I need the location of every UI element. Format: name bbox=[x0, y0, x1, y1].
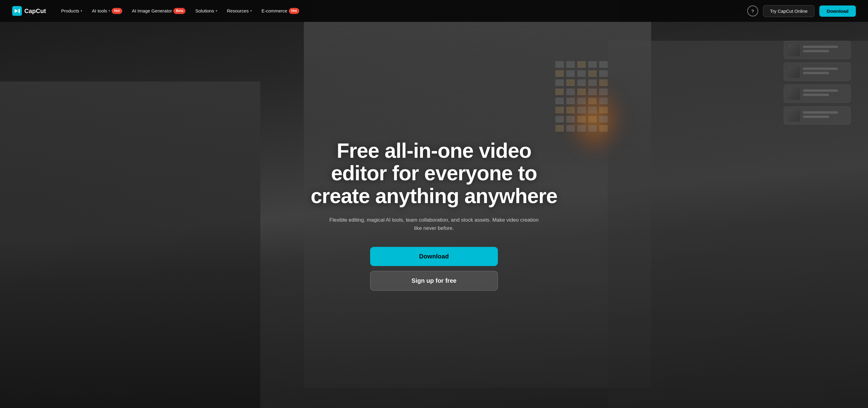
nav-item-ai-image-generator[interactable]: AI Image Generator Beta bbox=[128, 5, 190, 16]
nav-item-ai-tools[interactable]: AI tools ▾ Hot bbox=[88, 5, 126, 16]
panel-bar-4b bbox=[803, 116, 829, 118]
chevron-down-icon: ▾ bbox=[250, 9, 252, 12]
nav-item-products[interactable]: Products ▾ bbox=[57, 6, 86, 16]
panel-bar-1b bbox=[803, 50, 829, 52]
nav-label-ai-tools: AI tools bbox=[92, 8, 107, 13]
hero-section: Free all-in-one video editor for everyon… bbox=[0, 0, 868, 408]
ai-tools-badge: Hot bbox=[112, 8, 122, 14]
hero-content: Free all-in-one video editor for everyon… bbox=[297, 117, 571, 291]
nav-item-ecommerce[interactable]: E-commerce Hot bbox=[257, 5, 304, 16]
panel-bar-3a bbox=[803, 89, 838, 92]
nav-item-solutions[interactable]: Solutions ▾ bbox=[191, 6, 221, 16]
panel-text-1 bbox=[803, 45, 847, 54]
brand-logo[interactable]: CapCut bbox=[12, 6, 46, 16]
panel-bar-2a bbox=[803, 67, 838, 70]
nav-item-resources[interactable]: Resources ▾ bbox=[223, 6, 256, 16]
panel-text-2 bbox=[803, 67, 847, 76]
chevron-down-icon: ▾ bbox=[81, 9, 82, 12]
help-button[interactable]: ? bbox=[747, 5, 758, 17]
hero-subtitle: Flexible editing, magical AI tools, team… bbox=[328, 216, 540, 232]
building-left bbox=[0, 82, 260, 408]
panel-bar-3b bbox=[803, 94, 829, 96]
panel-thumb-3 bbox=[788, 88, 800, 100]
try-online-button[interactable]: Try CapCut Online bbox=[763, 5, 815, 17]
nav-label-ai-image-generator: AI Image Generator bbox=[132, 8, 172, 13]
hero-download-button[interactable]: Download bbox=[370, 247, 498, 266]
panel-bar-4a bbox=[803, 111, 838, 114]
ai-image-badge: Beta bbox=[173, 8, 186, 14]
nav-download-button[interactable]: Download bbox=[819, 5, 856, 17]
navbar: CapCut Products ▾ AI tools ▾ Hot AI Imag… bbox=[0, 0, 868, 22]
question-mark-icon: ? bbox=[751, 8, 754, 14]
hero-title: Free all-in-one video editor for everyon… bbox=[309, 139, 559, 207]
nav-right: ? Try CapCut Online Download bbox=[747, 5, 856, 17]
chevron-down-icon: ▾ bbox=[216, 9, 217, 12]
panel-card-1 bbox=[784, 41, 851, 59]
panel-text-3 bbox=[803, 89, 847, 98]
svg-rect-1 bbox=[19, 9, 20, 13]
hero-buttons: Download Sign up for free bbox=[309, 247, 559, 291]
nav-label-resources: Resources bbox=[227, 8, 249, 13]
panel-thumb-2 bbox=[788, 66, 800, 78]
nav-label-ecommerce: E-commerce bbox=[261, 8, 287, 13]
nav-label-solutions: Solutions bbox=[195, 8, 214, 13]
panel-text-4 bbox=[803, 111, 847, 120]
brand-name: CapCut bbox=[24, 8, 46, 14]
panel-thumb-1 bbox=[788, 44, 800, 56]
hero-signup-button[interactable]: Sign up for free bbox=[370, 271, 498, 291]
panel-thumb-4 bbox=[788, 109, 800, 122]
panel-bar-2b bbox=[803, 72, 829, 74]
chevron-down-icon: ▾ bbox=[108, 9, 110, 12]
panel-card-2 bbox=[784, 63, 851, 81]
panel-card-3 bbox=[784, 85, 851, 103]
nav-links: Products ▾ AI tools ▾ Hot AI Image Gener… bbox=[57, 5, 747, 16]
ecommerce-badge: Hot bbox=[289, 8, 299, 14]
hero-right-panels bbox=[784, 41, 851, 125]
nav-label-products: Products bbox=[61, 8, 79, 13]
panel-bar-1a bbox=[803, 45, 838, 48]
panel-card-4 bbox=[784, 106, 851, 125]
